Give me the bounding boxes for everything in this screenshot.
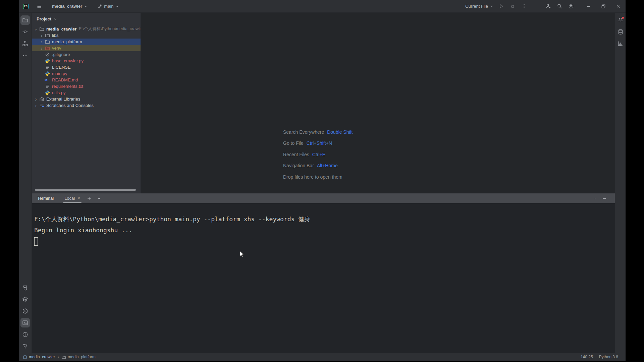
chevron-right-icon[interactable]: › [39, 33, 44, 38]
libraries-icon [39, 97, 44, 102]
tree-item-label: External Libraries [46, 97, 80, 102]
tree-item-media-platform[interactable]: ›media_platform [32, 39, 141, 45]
shortcut-action: Recent Files [283, 152, 309, 157]
tree-item-libs[interactable]: ›libs [32, 32, 141, 39]
debug-icon [510, 4, 515, 9]
shortcut-hint: Recent FilesCtrl+E [283, 149, 353, 160]
project-tool-button[interactable] [20, 15, 30, 25]
project-folder-icon [22, 17, 28, 23]
terminal-header: Terminal Local ✕ [32, 193, 615, 203]
database-tool-button[interactable] [616, 27, 625, 37]
branch-name: main [104, 4, 113, 9]
notifications-tool-button[interactable] [616, 15, 625, 25]
search-everywhere-button[interactable] [554, 1, 565, 11]
git-branch-icon [98, 4, 102, 9]
python-interpreter-widget[interactable]: Python 3.8 [599, 355, 618, 359]
chevron-down-icon[interactable]: ⌄ [33, 26, 39, 32]
main-menu-button[interactable] [34, 2, 45, 10]
hide-terminal-button[interactable] [602, 196, 607, 201]
editor-empty-area: Search EverywhereDouble ShiftGo to FileC… [141, 13, 615, 193]
horizontal-scrollbar[interactable] [35, 189, 136, 191]
chevron-right-icon[interactable]: › [39, 45, 44, 51]
more-vertical-icon [522, 4, 527, 9]
structure-tool-button[interactable] [20, 39, 30, 48]
tree-item-media-crawler[interactable]: ⌄media_crawlerF:\个人资料\Python\media_crawl… [32, 26, 141, 32]
chevron-right-icon[interactable]: › [33, 103, 39, 108]
more-actions-button[interactable] [518, 1, 530, 11]
structure-icon [22, 41, 28, 47]
terminal-tab-label: Local [64, 196, 75, 201]
terminal-options-button[interactable] [593, 196, 597, 201]
tree-item--gitignore[interactable]: .gitignore [32, 51, 141, 58]
commit-tool-button[interactable] [20, 27, 30, 37]
tree-item-main-py[interactable]: main.py [32, 70, 141, 77]
tree-item-utils-py[interactable]: utils.py [32, 89, 141, 96]
terminal-session-dropdown[interactable] [97, 196, 101, 200]
terminal-output[interactable]: F:\个人资料\Python\media_crawler>python main… [32, 203, 615, 246]
code-with-me-button[interactable] [542, 1, 554, 11]
ignored-icon [45, 52, 50, 57]
tree-item-venv[interactable]: ›venv [32, 45, 141, 51]
tree-item-license[interactable]: LICENSE [32, 64, 141, 70]
breadcrumb-folder[interactable]: media_platform [68, 355, 96, 359]
tree-item-label: media_crawler [46, 26, 76, 32]
run-configuration-selector[interactable]: Current File [463, 2, 495, 10]
editor-shortcut-hints: Search EverywhereDouble ShiftGo to FileC… [283, 126, 353, 183]
terminal-tool-button[interactable] [20, 318, 30, 327]
settings-button[interactable] [565, 1, 577, 11]
python-packages-tool-button[interactable] [20, 295, 30, 304]
shortcut-action: Go to File [283, 140, 304, 146]
tree-item-label: .gitignore [52, 52, 70, 57]
breadcrumb[interactable]: media_crawler › media_platform [23, 355, 96, 359]
tree-item-external-libraries[interactable]: ›External Libraries [32, 96, 141, 102]
gear-icon [568, 3, 574, 9]
python-console-tool-button[interactable] [20, 283, 30, 292]
minimize-icon [586, 4, 591, 9]
chevron-right-icon[interactable]: › [33, 96, 39, 102]
tree-item-label: Scratches and Consoles [46, 103, 94, 108]
new-terminal-session-button[interactable] [87, 196, 92, 201]
minimize-icon [602, 196, 607, 201]
plots-tool-button[interactable] [616, 39, 625, 48]
close-button[interactable] [611, 0, 626, 13]
add-user-icon [545, 3, 551, 9]
drop-files-hint: Drop files here to open them [283, 171, 353, 183]
more-horizontal-icon [22, 52, 28, 58]
folder-icon [45, 39, 50, 44]
terminal-tab-local[interactable]: Local ✕ [63, 193, 82, 203]
git-branch-selector[interactable]: main [95, 2, 121, 10]
python-file-icon [45, 90, 50, 95]
project-panel-title: Project [37, 16, 51, 21]
services-tool-button[interactable] [20, 306, 30, 316]
status-bar: media_crawler › media_platform 140:25 Py… [19, 353, 626, 361]
tree-item-base-crawler-py[interactable]: base_crawler.py [32, 58, 141, 64]
version-control-tool-button[interactable] [20, 342, 30, 351]
folder-icon [39, 26, 44, 32]
maximize-icon [601, 4, 606, 9]
project-selector[interactable]: media_crawler [49, 2, 90, 10]
terminal-panel: Terminal Local ✕ [32, 193, 615, 353]
breadcrumb-project[interactable]: media_crawler [29, 355, 55, 359]
chevron-right-icon[interactable]: › [39, 39, 44, 45]
cursor-position-widget[interactable]: 140:25 [581, 355, 593, 359]
minimize-button[interactable] [581, 0, 596, 13]
more-tools-button[interactable] [20, 51, 30, 60]
tree-item-scratches-and-consoles[interactable]: ›Scratches and Consoles [32, 102, 141, 109]
close-tab-icon[interactable]: ✕ [77, 196, 80, 200]
project-panel-header[interactable]: Project [32, 13, 141, 24]
shortcut-hint: Search EverywhereDouble Shift [283, 126, 353, 138]
problems-tool-button[interactable] [20, 330, 30, 339]
project-icon [23, 355, 27, 359]
tree-item-requirements-txt[interactable]: requirements.txt [32, 83, 141, 89]
active-tab-indicator [63, 202, 82, 203]
shortcut-hint: Navigation BarAlt+Home [283, 160, 353, 172]
debug-button[interactable] [507, 1, 518, 11]
run-icon [499, 4, 504, 9]
run-button[interactable] [495, 1, 507, 11]
shortcut-keys: Double Shift [327, 129, 353, 135]
maximize-button[interactable] [596, 0, 611, 13]
plus-icon [87, 196, 92, 201]
scratches-icon [39, 103, 44, 108]
tree-item-label: requirements.txt [52, 84, 83, 89]
tree-item-readme-md[interactable]: M↓README.md [32, 77, 141, 83]
